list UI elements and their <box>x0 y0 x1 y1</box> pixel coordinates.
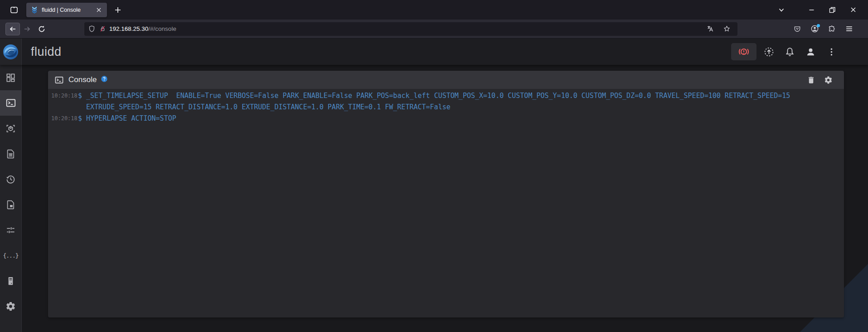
gcode-preview-icon <box>5 123 16 134</box>
pocket-icon <box>793 25 801 33</box>
sidebar-item-tune[interactable] <box>0 217 21 243</box>
entry-message: $ _SET_TIMELAPSE_SETUP ENABLE=True VERBO… <box>78 90 839 113</box>
menu-button[interactable] <box>842 23 856 35</box>
trash-icon <box>807 76 815 84</box>
sidebar-nav: {...} <box>0 65 22 332</box>
console-card-header: Console <box>48 71 844 89</box>
console-output[interactable]: 10:20:18 $ _SET_TIMELAPSE_SETUP ENABLE=T… <box>48 89 844 317</box>
star-icon <box>723 25 731 33</box>
plus-icon <box>115 7 121 13</box>
dots-vertical-icon <box>826 47 837 57</box>
sidebar-item-dashboard[interactable] <box>0 65 21 90</box>
jobs-file-icon <box>5 149 16 159</box>
forward-arrow-icon <box>24 25 31 33</box>
dashboard-icon <box>5 73 16 83</box>
update-check-icon <box>763 46 775 58</box>
person-icon <box>805 46 816 58</box>
console-entry: 10:20:18 $ HYPERLAPSE ACTION=STOP <box>51 113 839 124</box>
pocket-button[interactable] <box>790 23 805 35</box>
tab-title: fluidd | Console <box>42 7 94 13</box>
list-all-tabs-button[interactable] <box>774 3 789 17</box>
sidebar-item-gcode-preview[interactable] <box>0 116 21 141</box>
translate-button[interactable] <box>703 23 718 35</box>
timelapse-file-icon <box>5 200 16 210</box>
sidebar-item-timelapse[interactable] <box>0 192 21 217</box>
entry-timestamp: 10:20:18 <box>51 90 78 102</box>
console-settings-button[interactable] <box>821 73 835 87</box>
translate-icon <box>707 25 714 33</box>
fluidd-appbar: fluidd <box>0 39 868 65</box>
fluidd-logo <box>0 39 22 65</box>
entry-timestamp: 10:20:18 <box>51 113 78 124</box>
fluidd-favicon <box>31 6 38 14</box>
fluidd-page: fluidd <box>0 39 868 332</box>
puzzle-icon <box>828 25 836 33</box>
reload-button[interactable] <box>34 23 49 35</box>
window-minimize-button[interactable] <box>801 3 822 17</box>
console-card: Console <box>48 71 844 317</box>
update-check-button[interactable] <box>760 43 777 60</box>
sidebar-item-jobs[interactable] <box>0 141 21 166</box>
printer-error-alert-icon <box>738 46 750 58</box>
gear-icon <box>824 76 833 84</box>
close-icon <box>96 7 102 13</box>
address-bar[interactable]: 192.168.25.30/#/console <box>84 22 737 36</box>
console-help-button[interactable] <box>101 75 108 84</box>
insecure-lock-icon <box>99 25 107 33</box>
console-icon <box>5 98 16 108</box>
tab-close-button[interactable] <box>94 5 103 15</box>
firefox-view-icon <box>10 5 19 15</box>
history-icon <box>5 174 16 185</box>
account-notification-dot <box>817 24 820 27</box>
code-braces-icon: {...} <box>3 252 18 259</box>
new-tab-button[interactable] <box>111 3 125 17</box>
back-button[interactable] <box>5 23 20 35</box>
notifications-bell-icon <box>784 46 795 58</box>
hamburger-menu-icon <box>845 25 853 33</box>
url-path: /#/console <box>148 25 176 32</box>
extensions-button[interactable] <box>824 23 839 35</box>
chevron-down-icon <box>778 7 785 13</box>
printer-error-button[interactable] <box>731 43 756 60</box>
settings-gear-icon <box>5 301 16 312</box>
browser-toolbar: 192.168.25.30/#/console <box>0 20 868 39</box>
browser-titlebar: fluidd | Console <box>0 0 868 20</box>
sidebar-item-system[interactable] <box>0 268 21 293</box>
bookmark-star-button[interactable] <box>719 23 734 35</box>
notifications-button[interactable] <box>781 43 798 60</box>
help-icon <box>101 75 108 83</box>
reload-icon <box>38 25 45 33</box>
back-arrow-icon <box>9 25 16 33</box>
window-close-button[interactable] <box>843 3 863 17</box>
close-icon <box>850 7 856 13</box>
url-host: 192.168.25.30 <box>109 25 148 32</box>
clear-console-button[interactable] <box>804 73 818 87</box>
console-title: Console <box>68 75 97 84</box>
tune-icon <box>5 225 16 235</box>
tracking-shield-icon <box>88 25 96 33</box>
browser-tab-active[interactable]: fluidd | Console <box>26 3 107 17</box>
fluidd-logo-icon <box>2 44 19 60</box>
overflow-menu-button[interactable] <box>823 43 840 60</box>
content-area: Console <box>22 65 868 332</box>
maximize-icon <box>829 7 835 13</box>
sidebar-item-configure[interactable]: {...} <box>0 243 21 268</box>
url-text: 192.168.25.30/#/console <box>109 25 703 32</box>
sidebar-item-settings[interactable] <box>0 293 21 319</box>
window-maximize-button[interactable] <box>822 3 843 17</box>
firefox-view-button[interactable] <box>6 3 22 17</box>
app-title: fluidd <box>31 45 62 59</box>
system-server-icon <box>5 276 16 286</box>
console-entry: 10:20:18 $ _SET_TIMELAPSE_SETUP ENABLE=T… <box>51 90 839 113</box>
minimize-icon <box>809 7 815 13</box>
sidebar-item-console[interactable] <box>0 90 21 116</box>
console-icon <box>54 75 64 85</box>
sidebar-item-history[interactable] <box>0 166 21 192</box>
account-button[interactable] <box>807 23 822 35</box>
account-menu-button[interactable] <box>802 43 819 60</box>
forward-button[interactable] <box>20 23 34 35</box>
entry-message: $ HYPERLAPSE ACTION=STOP <box>78 113 176 124</box>
